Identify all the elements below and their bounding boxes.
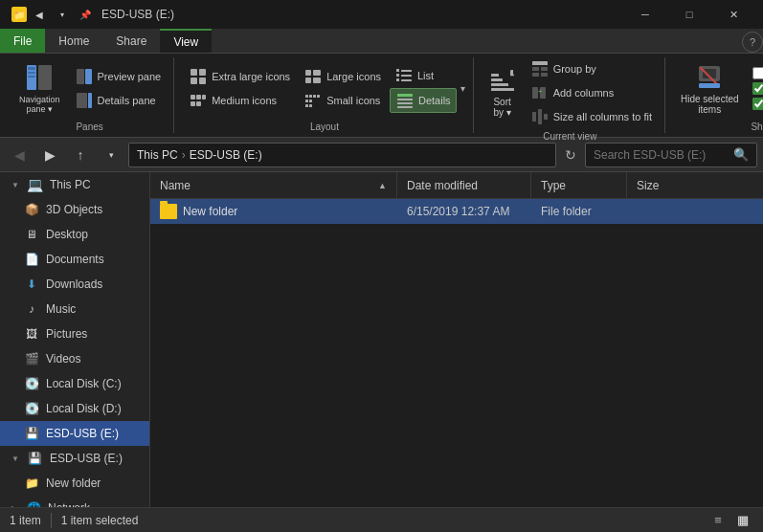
sidebar-item-locald[interactable]: 💽 Local Disk (D:) bbox=[0, 396, 149, 421]
item-check-boxes-checkbox[interactable] bbox=[752, 67, 763, 79]
details-label: Details bbox=[418, 95, 451, 106]
tab-file[interactable]: File bbox=[0, 29, 45, 53]
details-pane-icon bbox=[75, 91, 94, 110]
svg-rect-8 bbox=[88, 93, 92, 108]
svg-rect-49 bbox=[541, 73, 548, 77]
tab-share[interactable]: Share bbox=[102, 29, 160, 53]
xl-icons-icon bbox=[189, 67, 208, 86]
view-details-button[interactable]: ▦ bbox=[732, 510, 753, 531]
sidebar-item-thispc[interactable]: ▼ 💻 This PC bbox=[0, 172, 149, 197]
file-row-newfolder[interactable]: New folder 6/15/2019 12:37 AM File folde… bbox=[150, 199, 763, 224]
col-name-label: Name bbox=[160, 179, 191, 192]
small-icons-button[interactable]: Small icons bbox=[299, 89, 386, 112]
sidebar-item-pictures[interactable]: 🖼 Pictures bbox=[0, 321, 149, 346]
col-header-size[interactable]: Size bbox=[627, 172, 763, 198]
search-icon[interactable]: 🔍 bbox=[733, 147, 749, 162]
status-selected: 1 item selected bbox=[61, 514, 139, 527]
forward-button[interactable]: ▶ bbox=[36, 142, 63, 168]
layout-col2: Large icons bbox=[299, 65, 386, 112]
navigation-pane-button[interactable]: Navigationpane ▾ bbox=[13, 59, 66, 117]
size-columns-button[interactable]: Size all columns to fit bbox=[526, 105, 657, 128]
layout-more[interactable]: ▾ bbox=[460, 83, 465, 94]
documents-label: Documents bbox=[46, 253, 104, 266]
localc-label: Local Disk (C:) bbox=[46, 377, 122, 390]
sidebar-item-esde2[interactable]: ▼ 💾 ESD-USB (E:) bbox=[0, 446, 149, 471]
close-button[interactable]: ✕ bbox=[711, 0, 755, 29]
view-list-button[interactable]: ≡ bbox=[707, 510, 729, 531]
thispc-label: This PC bbox=[50, 178, 91, 191]
svg-rect-25 bbox=[317, 95, 320, 98]
group-by-button[interactable]: Group by bbox=[526, 57, 657, 80]
back-button[interactable]: ◀ bbox=[6, 142, 33, 168]
col-header-date[interactable]: Date modified bbox=[397, 172, 531, 198]
sidebar-item-newfolder[interactable]: 📁 New folder bbox=[0, 471, 149, 496]
sidebar-item-esde[interactable]: 💾 ESD-USB (E:) bbox=[0, 421, 149, 446]
sidebar-item-downloads[interactable]: ⬇ Downloads bbox=[0, 272, 149, 297]
sidebar-item-documents[interactable]: 📄 Documents bbox=[0, 247, 149, 272]
hide-selected-button[interactable]: Hide selecteditems bbox=[675, 58, 745, 118]
desktop-label: Desktop bbox=[46, 228, 88, 241]
breadcrumb-thispc[interactable]: This PC bbox=[137, 148, 178, 162]
group-by-icon bbox=[530, 59, 550, 78]
svg-rect-11 bbox=[191, 78, 197, 84]
add-columns-button[interactable]: + Add columns bbox=[526, 81, 657, 104]
qa-pin[interactable]: 📌 bbox=[75, 4, 96, 25]
desktop-icon: 🖥 bbox=[23, 226, 40, 243]
sidebar-item-music[interactable]: ♪ Music bbox=[0, 297, 149, 321]
svg-rect-47 bbox=[541, 67, 548, 71]
svg-rect-43 bbox=[491, 88, 514, 91]
layout-more-arrow: ▾ bbox=[460, 83, 465, 94]
size-columns-icon bbox=[530, 107, 550, 126]
thispc-expand: ▼ bbox=[11, 181, 19, 189]
help-btn[interactable]: ? bbox=[742, 32, 763, 53]
breadcrumb-drive[interactable]: ESD-USB (E:) bbox=[190, 148, 262, 162]
sidebar-item-desktop[interactable]: 🖥 Desktop bbox=[0, 222, 149, 247]
current-view-content: Sortby ▾ Group by bbox=[483, 57, 657, 128]
recent-button[interactable]: ▾ bbox=[98, 142, 124, 168]
hidden-items-checkbox[interactable] bbox=[752, 98, 763, 110]
hide-selected-label: Hide selecteditems bbox=[681, 94, 739, 115]
qa-back[interactable]: ◀ bbox=[29, 4, 50, 25]
up-button[interactable]: ↑ bbox=[67, 142, 94, 168]
tab-home[interactable]: Home bbox=[45, 29, 102, 53]
col-header-name[interactable]: Name ▲ bbox=[150, 172, 397, 198]
file-row-date-cell: 6/15/2019 12:37 AM bbox=[397, 205, 531, 218]
maximize-button[interactable]: □ bbox=[667, 0, 711, 29]
hidden-items-row[interactable]: Hidden items bbox=[749, 97, 763, 111]
list-button[interactable]: List bbox=[390, 64, 457, 87]
item-check-boxes-row[interactable]: Item check boxes bbox=[749, 66, 763, 80]
minimize-button[interactable]: ─ bbox=[623, 0, 667, 29]
svg-rect-34 bbox=[396, 78, 399, 81]
sidebar-item-3dobjects[interactable]: 📦 3D Objects bbox=[0, 197, 149, 222]
svg-rect-9 bbox=[191, 69, 197, 76]
layout-col1: Extra large icons Medium icons bbox=[184, 65, 295, 112]
svg-rect-15 bbox=[202, 95, 206, 100]
large-icons-button[interactable]: Large icons bbox=[299, 65, 386, 88]
details-pane-button[interactable]: Details pane bbox=[70, 89, 167, 112]
sort-by-button[interactable]: Sortby ▾ bbox=[483, 64, 522, 122]
panes-content: Navigationpane ▾ Preview pane bbox=[13, 57, 166, 119]
file-name-extensions-checkbox[interactable] bbox=[752, 82, 763, 95]
refresh-button[interactable]: ↻ bbox=[560, 144, 581, 166]
svg-rect-16 bbox=[191, 101, 195, 106]
search-bar[interactable]: 🔍 bbox=[585, 143, 757, 167]
file-name-extensions-row[interactable]: File name extensions bbox=[749, 81, 763, 96]
layout-col3: List Details bbox=[390, 64, 457, 113]
qa-forward[interactable]: ▾ bbox=[52, 4, 73, 25]
details-button[interactable]: Details bbox=[390, 88, 457, 113]
search-input[interactable] bbox=[594, 148, 729, 162]
medium-icons-button[interactable]: Medium icons bbox=[184, 89, 295, 112]
ribbon-group-layout: Extra large icons Medium icons bbox=[176, 57, 473, 133]
sidebar-item-localc[interactable]: 💽 Local Disk (C:) bbox=[0, 371, 149, 396]
sidebar-item-network[interactable]: ▶ 🌐 Network bbox=[0, 496, 149, 507]
network-icon: 🌐 bbox=[25, 499, 42, 507]
sidebar-item-videos[interactable]: 🎬 Videos bbox=[0, 346, 149, 371]
breadcrumb[interactable]: This PC › ESD-USB (E:) bbox=[128, 143, 556, 167]
svg-rect-37 bbox=[397, 99, 413, 100]
preview-pane-button[interactable]: Preview pane bbox=[70, 65, 167, 88]
newfolder-sidebar-icon: 📁 bbox=[23, 475, 40, 492]
extra-large-icons-button[interactable]: Extra large icons bbox=[184, 65, 295, 88]
locald-label: Local Disk (D:) bbox=[46, 402, 122, 415]
col-header-type[interactable]: Type bbox=[531, 172, 627, 198]
tab-view[interactable]: View bbox=[160, 29, 212, 53]
